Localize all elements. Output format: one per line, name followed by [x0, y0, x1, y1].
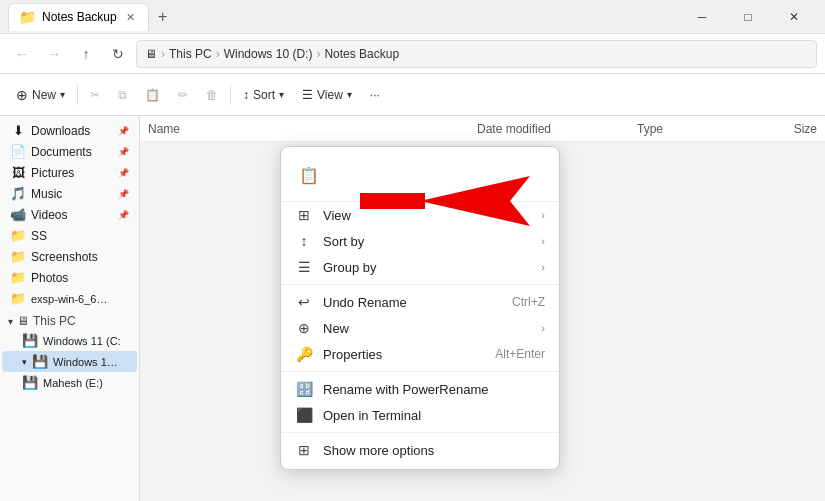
rename-button[interactable]: ✏	[170, 79, 196, 111]
mahesh-icon: 💾	[22, 375, 38, 390]
context-menu-overlay[interactable]: 📋 ⊞ View › ↕ Sort by › ☰ Group by	[140, 116, 825, 501]
sidebar-item-win11[interactable]: 💾 Windows 11 (C:	[2, 330, 137, 351]
sidebar-item-music[interactable]: 🎵 Music 📌	[2, 183, 137, 204]
cm-terminal-icon: ⬛	[295, 407, 313, 423]
sidebar-thispc[interactable]: ▾ 🖥 This PC	[0, 309, 139, 330]
cm-item-powrename[interactable]: 🔡 Rename with PowerRename	[281, 376, 559, 402]
cm-item-groupby[interactable]: ☰ Group by ›	[281, 254, 559, 280]
sidebar-item-screenshots[interactable]: 📁 Screenshots	[2, 246, 137, 267]
cm-item-properties[interactable]: 🔑 Properties Alt+Enter	[281, 341, 559, 367]
cm-undo-label: Undo Rename	[323, 295, 502, 310]
view-label: View	[317, 88, 343, 102]
cm-item-sortby[interactable]: ↕ Sort by ›	[281, 228, 559, 254]
cm-view-arrow: ›	[541, 209, 545, 221]
cm-item-undo[interactable]: ↩ Undo Rename Ctrl+Z	[281, 289, 559, 315]
path-folder: Notes Backup	[324, 47, 399, 61]
minimize-button[interactable]: ─	[679, 0, 725, 34]
cm-terminal-label: Open in Terminal	[323, 408, 545, 423]
cm-item-terminal[interactable]: ⬛ Open in Terminal	[281, 402, 559, 428]
new-button[interactable]: ⊕ New ▾	[8, 79, 73, 111]
cm-undo-shortcut: Ctrl+Z	[512, 295, 545, 309]
sidebar-label-videos: Videos	[31, 208, 67, 222]
cm-groupby-label: Group by	[323, 260, 531, 275]
cm-item-view[interactable]: ⊞ View ›	[281, 202, 559, 228]
pin-icon-music: 📌	[118, 189, 129, 199]
new-tab-button[interactable]: +	[149, 3, 177, 31]
cm-moreoptions-icon: ⊞	[295, 442, 313, 458]
sidebar-item-documents[interactable]: 📄 Documents 📌	[2, 141, 137, 162]
thispc-label: This PC	[33, 314, 76, 328]
cm-properties-icon: 🔑	[295, 346, 313, 362]
sidebar-label-pictures: Pictures	[31, 166, 74, 180]
path-thispc: This PC	[169, 47, 212, 61]
maximize-button[interactable]: □	[725, 0, 771, 34]
sidebar-label-screenshots: Screenshots	[31, 250, 98, 264]
cm-item-moreoptions[interactable]: ⊞ Show more options	[281, 437, 559, 463]
cut-button[interactable]: ✂	[82, 79, 108, 111]
address-path[interactable]: 🖥 › This PC › Windows 10 (D:) › Notes Ba…	[136, 40, 817, 68]
cm-moreoptions-label: Show more options	[323, 443, 545, 458]
cm-item-new[interactable]: ⊕ New ›	[281, 315, 559, 341]
sidebar-item-mahesh[interactable]: 💾 Mahesh (E:)	[2, 372, 137, 393]
sort-button[interactable]: ↕ Sort ▾	[235, 79, 292, 111]
forward-button[interactable]: →	[40, 40, 68, 68]
sidebar-item-exsp[interactable]: 📁 exsp-win-6_6_0-	[2, 288, 137, 309]
photos-icon: 📁	[10, 270, 26, 285]
content-area: Name Date modified Type Size This folder…	[140, 116, 825, 501]
new-icon: ⊕	[16, 87, 28, 103]
sidebar-item-videos[interactable]: 📹 Videos 📌	[2, 204, 137, 225]
cm-new-label: New	[323, 321, 531, 336]
downloads-icon: ⬇	[10, 123, 26, 138]
refresh-button[interactable]: ↻	[104, 40, 132, 68]
active-tab[interactable]: 📁 Notes Backup ✕	[8, 3, 149, 31]
cm-view-label: View	[323, 208, 531, 223]
sidebar-item-photos[interactable]: 📁 Photos	[2, 267, 137, 288]
sidebar-label-documents: Documents	[31, 145, 92, 159]
sort-label: Sort	[253, 88, 275, 102]
screenshots-icon: 📁	[10, 249, 26, 264]
sidebar-item-win10[interactable]: ▾ 💾 Windows 10 (D:	[2, 351, 137, 372]
delete-button[interactable]: 🗑	[198, 79, 226, 111]
copy-button[interactable]: ⧉	[110, 79, 135, 111]
tab-title: Notes Backup	[42, 10, 117, 24]
cm-undo-icon: ↩	[295, 294, 313, 310]
mahesh-label: Mahesh (E:)	[43, 377, 103, 389]
tab-close-button[interactable]: ✕	[123, 10, 138, 25]
context-paste-icon[interactable]: 📋	[291, 157, 327, 193]
pin-icon-videos: 📌	[118, 210, 129, 220]
sidebar-label-music: Music	[31, 187, 62, 201]
view-icon: ☰	[302, 88, 313, 102]
path-computer-icon: 🖥	[145, 47, 157, 61]
sidebar-item-ss[interactable]: 📁 SS	[2, 225, 137, 246]
cm-powrename-label: Rename with PowerRename	[323, 382, 545, 397]
new-dropdown-icon: ▾	[60, 89, 65, 100]
paste-button[interactable]: 📋	[137, 79, 168, 111]
sidebar-label-exsp: exsp-win-6_6_0-	[31, 293, 111, 305]
cm-sortby-arrow: ›	[541, 235, 545, 247]
sidebar-label-ss: SS	[31, 229, 47, 243]
more-icon: ···	[370, 88, 380, 102]
close-button[interactable]: ✕	[771, 0, 817, 34]
sidebar-item-pictures[interactable]: 🖼 Pictures 📌	[2, 162, 137, 183]
pictures-icon: 🖼	[10, 165, 26, 180]
win10-expand-icon: ▾	[22, 357, 27, 367]
window-controls: ─ □ ✕	[679, 0, 817, 34]
win11-label: Windows 11 (C:	[43, 335, 121, 347]
more-button[interactable]: ···	[362, 79, 388, 111]
view-dropdown-icon: ▾	[347, 89, 352, 100]
win10-label: Windows 10 (D:	[53, 356, 118, 368]
paste-icon: 📋	[145, 88, 160, 102]
context-menu-top-bar: 📋	[281, 153, 559, 202]
view-button[interactable]: ☰ View ▾	[294, 79, 360, 111]
cm-groupby-icon: ☰	[295, 259, 313, 275]
videos-icon: 📹	[10, 207, 26, 222]
exsp-icon: 📁	[10, 291, 26, 306]
path-drive: Windows 10 (D:)	[224, 47, 313, 61]
up-button[interactable]: ↑	[72, 40, 100, 68]
ss-icon: 📁	[10, 228, 26, 243]
sidebar-label-photos: Photos	[31, 271, 68, 285]
sidebar-item-downloads[interactable]: ⬇ Downloads 📌	[2, 120, 137, 141]
cm-sortby-icon: ↕	[295, 233, 313, 249]
back-button[interactable]: ←	[8, 40, 36, 68]
sidebar-label-downloads: Downloads	[31, 124, 90, 138]
